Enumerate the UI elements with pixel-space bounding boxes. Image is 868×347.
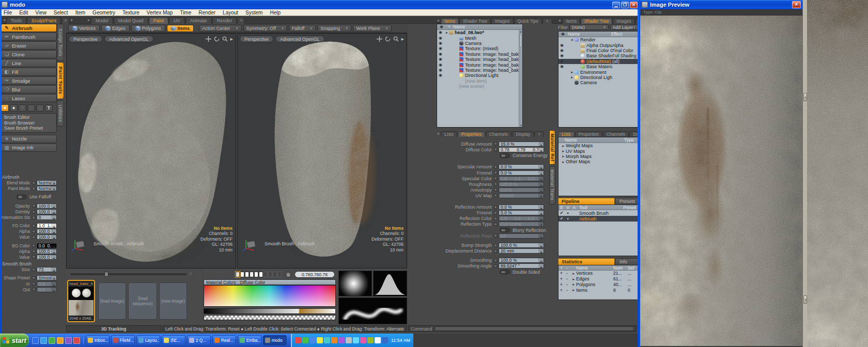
material-field[interactable]: 1.0 1.0 1.0 — [499, 216, 544, 221]
color-swatch[interactable] — [240, 272, 244, 277]
expand-arrow[interactable]: ► — [577, 59, 581, 63]
info-button[interactable]: Info — [615, 258, 639, 265]
bg-color-field[interactable]: 100.0 % — [37, 249, 57, 254]
expand-arrow[interactable]: ► — [572, 272, 576, 275]
brush-link[interactable]: Brush Browser — [4, 120, 54, 126]
quick-launch-icon[interactable] — [49, 337, 55, 344]
panel-tab[interactable]: Shader Tree — [581, 18, 612, 24]
item-row[interactable]: ◉ Texture: Image: head_bake_final_02d (5… — [437, 62, 522, 67]
material-field[interactable]: 0.0 % — [499, 187, 544, 193]
paint-tool-button[interactable]: ✑ Smudge — [1, 76, 57, 85]
item-row[interactable]: ◉ ▼ head_06.lwo* — [437, 30, 522, 35]
quick-launch-icon[interactable] — [73, 337, 80, 344]
menu-item[interactable]: Render — [195, 10, 219, 15]
pipeline-row[interactable]: ✔ • Smooth Brush — [559, 210, 638, 216]
visibility-eye-icon[interactable]: ◉ — [437, 30, 444, 35]
effect-value[interactable]: Final Color — [612, 48, 638, 53]
menu-item[interactable]: Select — [50, 10, 72, 15]
double-sided-toggle[interactable]: Double Sided — [500, 270, 549, 275]
panel-tab[interactable]: Quick Tips — [514, 18, 542, 24]
shape-field[interactable]: 0.0 — [37, 281, 57, 287]
toolbar-dropdown[interactable]: Action Center▼ — [199, 25, 241, 32]
alpha-checker-slider[interactable] — [204, 315, 336, 320]
visible-dot[interactable]: • — [565, 216, 571, 222]
collapse-minus[interactable]: - — [564, 288, 570, 293]
brush-tip-button[interactable]: ✩ — [27, 104, 35, 112]
shader-row[interactable]: ◉ ▼ Render — [559, 37, 638, 42]
viewport-renderer-pill[interactable]: Advanced OpenGL — [275, 36, 324, 42]
tab-nav-left-icon[interactable]: ◂ — [2, 18, 6, 22]
toolbar-dropdown[interactable]: Work Plane▼ — [353, 25, 391, 32]
panel-tab[interactable]: + — [534, 131, 544, 137]
tray-icon[interactable] — [360, 337, 366, 343]
item-row[interactable]: ◉ Directional Light — [437, 73, 522, 78]
task-button[interactable]: 3\E... — [162, 335, 185, 345]
ink-tool-button[interactable]: ▨ Image Ink — [1, 144, 57, 152]
statistics-row[interactable]: + - ► Edges 61... ... — [559, 276, 638, 282]
brush-tip-button[interactable]: ✎ — [19, 104, 26, 112]
viewport-mode-pill[interactable]: Perspective — [240, 36, 273, 42]
layout-tab[interactable]: Model — [91, 17, 113, 24]
swatch-save-button[interactable]: S — [285, 272, 291, 278]
color-value-field[interactable]: 0.780.780.78 — [295, 271, 335, 278]
menu-item[interactable]: Texture — [119, 10, 143, 15]
material-field[interactable]: 100.0 % — [499, 258, 544, 263]
selection-mode-button[interactable]: Items — [167, 25, 194, 32]
tray-icon[interactable] — [382, 337, 388, 343]
visibility-eye-icon[interactable]: ◉ — [559, 53, 565, 58]
menu-item[interactable]: Item — [72, 10, 89, 15]
hue-saturation-picker[interactable] — [204, 285, 336, 307]
panel-tab[interactable]: Channels — [603, 131, 629, 137]
material-vertical-tab[interactable]: Material Ref — [549, 130, 555, 165]
tray-icon[interactable] — [375, 337, 381, 343]
visibility-eye-icon[interactable]: ◉ — [437, 73, 444, 78]
tray-icon[interactable] — [353, 337, 359, 343]
brush-tip-button[interactable]: ● — [1, 104, 9, 112]
item-row[interactable]: ◉ Texture: Image: head_bake_final_02d (4… — [437, 57, 522, 62]
quick-launch-icon[interactable] — [57, 337, 64, 344]
item-row[interactable]: ◉ Texture: Image: head_bake_final_02d (3… — [437, 52, 522, 57]
tab-nav-icon[interactable]: ▸ — [87, 18, 91, 22]
presets-button[interactable]: Presets — [615, 198, 639, 205]
viewport-renderer-pill[interactable]: Advanced OpenGL — [104, 36, 153, 42]
visibility-eye-icon[interactable]: ◉ — [437, 62, 444, 68]
expand-arrow[interactable]: ► — [572, 277, 576, 281]
expand-arrow[interactable]: ▼ — [445, 31, 449, 35]
map-list-row[interactable]: ► UV Maps — [559, 148, 638, 153]
expand-arrow[interactable]: ► — [570, 75, 575, 79]
expand-plus[interactable]: + — [559, 276, 564, 281]
menu-item[interactable]: File — [0, 10, 16, 15]
close-button[interactable]: ✕ — [630, 2, 638, 8]
brush-tip-button[interactable]: ● — [10, 104, 18, 112]
viewport-left[interactable]: Perspective Advanced OpenGL ▶ Smooth Bru… — [66, 33, 236, 269]
shader-row[interactable]: ◉ ► Environment — [559, 69, 638, 74]
ink-tool-button[interactable]: ✳ Nozzle — [1, 135, 57, 143]
visibility-eye-icon[interactable]: ◉ — [437, 57, 444, 62]
panel-tab[interactable]: Properties — [458, 131, 485, 137]
menu-item[interactable]: Edit — [16, 10, 32, 15]
color-swatch[interactable] — [250, 272, 254, 277]
preview-titlebar[interactable]: Image Preview ✕ — [640, 0, 802, 9]
airbrush-field[interactable]: 100.0 % — [37, 209, 57, 214]
viewport-menu-icon[interactable]: ▶ — [401, 37, 404, 41]
material-field[interactable]: 0.0 % — [499, 204, 544, 210]
panel-tab[interactable]: Channels — [486, 131, 512, 137]
value-gradient-slider[interactable] — [204, 308, 336, 314]
modo-titlebar[interactable]: modo ▁ ❐ ✕ — [0, 0, 639, 9]
collapse-minus[interactable]: - — [564, 276, 570, 281]
panel-tab[interactable]: Items — [562, 18, 580, 24]
tray-icon[interactable] — [324, 337, 330, 343]
color-swatch[interactable] — [245, 272, 249, 277]
layout-tab[interactable]: + — [61, 17, 69, 24]
effect-value[interactable]: Alpha — [612, 43, 638, 48]
color-swatch[interactable] — [268, 272, 272, 277]
add-layer-dropdown[interactable]: Add Layer▼ — [610, 24, 639, 30]
material-field[interactable]: 0.0 % — [499, 164, 544, 169]
tray-icon[interactable] — [309, 337, 316, 343]
paint-tool-button[interactable]: ❏ Clone — [1, 50, 57, 58]
material-field[interactable]: 0.0 % — [499, 210, 544, 215]
task-button[interactable]: Layou... — [136, 335, 160, 345]
collapse-arrow-icon[interactable]: ◂ — [803, 295, 807, 304]
expand-arrow[interactable]: ▼ — [570, 38, 575, 42]
shader-row[interactable]: ◉ Alpha Output Alpha — [559, 42, 638, 48]
